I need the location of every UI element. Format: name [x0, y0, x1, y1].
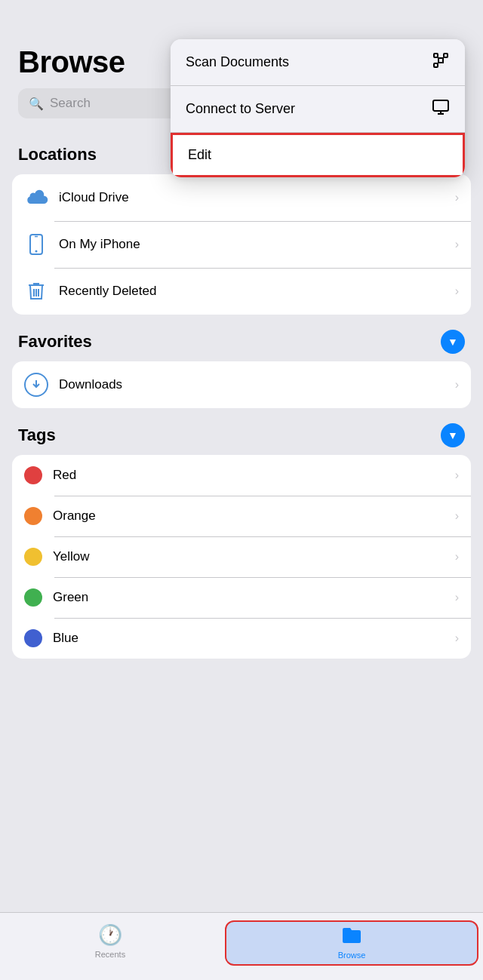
recents-icon: 🕐: [98, 923, 122, 947]
edit-label: Edit: [188, 147, 211, 163]
tab-bar: 🕐 Recents Browse: [0, 912, 483, 980]
icloud-chevron-icon: ›: [455, 191, 459, 204]
icloud-drive-label: iCloud Drive: [59, 190, 445, 205]
svg-rect-2: [434, 63, 438, 67]
svg-point-8: [35, 250, 38, 253]
red-chevron-icon: ›: [455, 468, 459, 482]
scan-documents-label: Scan Documents: [186, 54, 289, 70]
tags-toggle[interactable]: ▼: [441, 423, 465, 447]
recently-deleted-chevron-icon: ›: [455, 284, 459, 298]
dropdown-item-scan[interactable]: Scan Documents: [171, 39, 465, 86]
svg-rect-3: [438, 58, 443, 63]
tags-title: Tags: [18, 425, 56, 445]
browse-tab-label: Browse: [338, 951, 366, 960]
list-item-yellow[interactable]: Yellow ›: [12, 536, 471, 577]
search-icon: 🔍: [29, 97, 44, 111]
orange-label: Orange: [53, 508, 445, 524]
green-chevron-icon: ›: [455, 591, 459, 604]
locations-list: iCloud Drive › On My iPhone ›: [12, 174, 471, 315]
recents-tab-label: Recents: [95, 950, 125, 959]
favorites-list: Downloads ›: [12, 361, 471, 408]
orange-chevron-icon: ›: [455, 509, 459, 523]
svg-rect-0: [434, 54, 438, 57]
list-item-orange[interactable]: Orange ›: [12, 496, 471, 536]
list-item-red[interactable]: Red ›: [12, 455, 471, 496]
tab-browse[interactable]: Browse: [225, 920, 478, 966]
list-item-recently-deleted[interactable]: Recently Deleted ›: [12, 268, 471, 315]
tags-list: Red › Orange › Yellow › Green › Blue: [12, 455, 471, 659]
blue-dot: [24, 629, 42, 647]
red-label: Red: [53, 468, 445, 483]
page-container: Browse 🔍 Search ··· Scan Documents Conne…: [0, 0, 483, 980]
svg-rect-4: [433, 100, 448, 111]
favorites-chevron-down-icon: ▼: [448, 336, 458, 348]
downloads-label: Downloads: [59, 377, 445, 392]
main-content: Locations ▼ iCloud Drive ›: [0, 127, 483, 659]
dropdown-item-edit[interactable]: Edit: [171, 133, 465, 177]
yellow-label: Yellow: [53, 549, 445, 564]
tags-section-header: Tags ▼: [12, 408, 471, 455]
list-item-downloads[interactable]: Downloads ›: [12, 361, 471, 408]
blue-chevron-icon: ›: [455, 631, 459, 645]
favorites-toggle[interactable]: ▼: [441, 330, 465, 354]
recently-deleted-label: Recently Deleted: [59, 284, 445, 299]
dropdown-item-connect[interactable]: Connect to Server: [171, 86, 465, 133]
list-item-icloud[interactable]: iCloud Drive ›: [12, 174, 471, 221]
on-my-iphone-label: On My iPhone: [59, 237, 445, 252]
locations-title: Locations: [18, 145, 97, 164]
favorites-title: Favorites: [18, 332, 92, 352]
orange-dot: [24, 507, 42, 525]
scan-documents-icon: [432, 51, 450, 73]
dropdown-menu: Scan Documents Connect to Server: [171, 39, 465, 177]
yellow-dot: [24, 548, 42, 566]
browse-folder-icon: [341, 926, 362, 948]
connect-server-label: Connect to Server: [186, 101, 295, 117]
green-dot: [24, 588, 42, 607]
svg-rect-1: [444, 54, 448, 57]
blue-label: Blue: [53, 631, 445, 646]
tags-chevron-down-icon: ▼: [448, 429, 458, 441]
icloud-icon: [24, 186, 48, 210]
connect-server-icon: [432, 98, 450, 120]
green-label: Green: [53, 590, 445, 605]
yellow-chevron-icon: ›: [455, 550, 459, 564]
iphone-chevron-icon: ›: [455, 238, 459, 251]
list-item-green[interactable]: Green ›: [12, 577, 471, 618]
search-placeholder: Search: [50, 96, 91, 111]
downloads-chevron-icon: ›: [455, 378, 459, 392]
list-item-blue[interactable]: Blue ›: [12, 618, 471, 659]
downloads-icon: [24, 373, 48, 397]
iphone-icon: [24, 232, 48, 257]
red-dot: [24, 466, 42, 484]
favorites-section-header: Favorites ▼: [12, 315, 471, 361]
trash-icon: [24, 279, 48, 303]
tab-recents[interactable]: 🕐 Recents: [0, 920, 220, 962]
list-item-iphone[interactable]: On My iPhone ›: [12, 221, 471, 268]
